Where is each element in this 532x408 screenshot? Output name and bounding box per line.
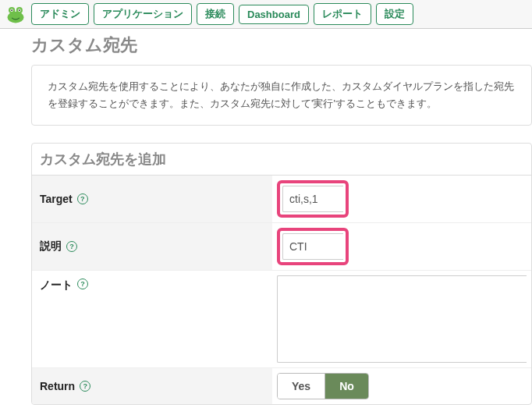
svg-point-6 (7, 12, 23, 23)
nav-dashboard[interactable]: Dashboard (239, 5, 309, 24)
control-notes (272, 271, 531, 367)
highlight-target (277, 180, 349, 218)
page-title: カスタム宛先 (31, 34, 532, 57)
nav-connection[interactable]: 接続 (197, 3, 234, 25)
panel-header: カスタム宛先を追加 (32, 144, 531, 176)
label-notes-text: ノート (40, 279, 73, 293)
form-panel: カスタム宛先を追加 Target ? 説明 ? (31, 143, 532, 405)
help-icon[interactable]: ? (77, 279, 88, 289)
return-yes-button[interactable]: Yes (278, 374, 325, 399)
nav-report[interactable]: レポート (314, 3, 371, 25)
label-description-text: 説明 (40, 239, 62, 254)
label-return: Return ? (32, 368, 272, 404)
row-description: 説明 ? (32, 223, 531, 271)
return-toggle: Yes No (277, 373, 369, 399)
label-return-text: Return (40, 380, 75, 392)
help-icon[interactable]: ? (80, 381, 90, 392)
logo-frog-icon (5, 3, 27, 25)
row-target: Target ? (32, 176, 531, 223)
control-target (272, 176, 531, 222)
top-nav: アドミン アプリケーション 接続 Dashboard レポート 設定 (0, 0, 532, 29)
control-description (272, 223, 531, 270)
row-return: Return ? Yes No (32, 368, 531, 404)
notes-textarea[interactable] (277, 275, 527, 363)
nav-admin[interactable]: アドミン (31, 3, 89, 25)
nav-application[interactable]: アプリケーション (94, 3, 192, 25)
target-input[interactable] (282, 186, 343, 212)
highlight-description (277, 228, 349, 265)
label-target-text: Target (40, 193, 73, 205)
help-icon[interactable]: ? (66, 241, 77, 252)
return-no-button[interactable]: No (325, 374, 368, 399)
help-icon[interactable]: ? (77, 193, 88, 204)
svg-point-4 (11, 9, 12, 11)
label-description: 説明 ? (32, 223, 272, 270)
row-notes: ノート ? (32, 271, 531, 368)
label-notes: ノート ? (32, 271, 272, 367)
info-box: カスタム宛先を使用することにより、あなたが独自に作成した、カスタムダイヤルプラン… (31, 65, 532, 126)
control-return: Yes No (272, 368, 531, 404)
svg-point-5 (19, 9, 20, 11)
page-content: カスタム宛先 カスタム宛先を使用することにより、あなたが独自に作成した、カスタム… (0, 29, 532, 405)
nav-settings[interactable]: 設定 (376, 3, 413, 25)
description-input[interactable] (282, 233, 343, 260)
label-target: Target ? (32, 176, 272, 222)
